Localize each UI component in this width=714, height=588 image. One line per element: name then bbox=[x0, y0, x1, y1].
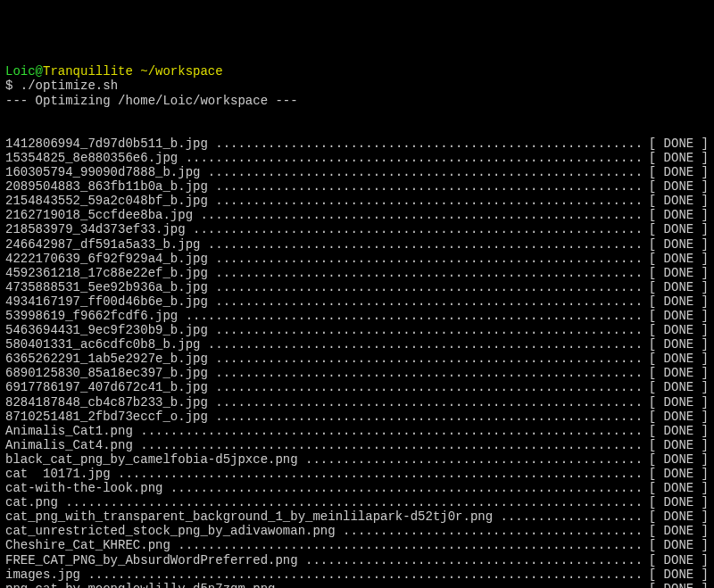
file-row: 218583979_34d373ef33.jpg[ DONE ] bbox=[5, 222, 709, 236]
file-row: 2162719018_5ccfdee8ba.jpg[ DONE ] bbox=[5, 208, 709, 222]
banner-line: --- Optimizing /home/Loic/workspace --- bbox=[5, 94, 709, 108]
command-line: $ ./optimize.sh bbox=[5, 79, 709, 93]
status-badge: [ DONE ] bbox=[645, 309, 709, 323]
progress-dots bbox=[493, 509, 645, 524]
progress-dots bbox=[208, 294, 645, 309]
progress-dots bbox=[111, 467, 645, 481]
file-name: cat.png bbox=[5, 495, 58, 509]
file-name: FREE_CAT_PNG_by_AbsurdWordPreferred.png bbox=[5, 553, 298, 567]
file-row: 4222170639_6f92f929a4_b.jpg[ DONE ] bbox=[5, 252, 709, 266]
progress-dots bbox=[178, 151, 645, 165]
file-row: png_cat_by_moonglowlilly-d5n7zqm.png[ DO… bbox=[5, 582, 709, 588]
status-badge: [ DONE ] bbox=[645, 208, 709, 222]
file-name: 15354825_8e880356e6.jpg bbox=[5, 151, 178, 165]
progress-dots bbox=[162, 481, 644, 495]
progress-dots bbox=[58, 495, 645, 509]
file-name: 53998619_f9662fcdf6.jpg bbox=[5, 309, 178, 323]
file-row: 4592361218_17c88e22ef_b.jpg[ DONE ] bbox=[5, 266, 709, 280]
prompt-user: Loic bbox=[5, 64, 36, 79]
file-row: 4934167197_ff00d46b6e_b.jpg[ DONE ] bbox=[5, 294, 709, 309]
progress-dots bbox=[208, 410, 645, 424]
status-badge: [ DONE ] bbox=[645, 280, 709, 294]
file-name: 8284187848_cb4c87b233_b.jpg bbox=[5, 395, 208, 410]
file-name: black_cat_png_by_camelfobia-d5jpxce.png bbox=[5, 452, 298, 467]
progress-dots bbox=[208, 352, 645, 366]
prompt-line-1: Loic@Tranquillite ~/workspace bbox=[5, 64, 709, 79]
file-row: 2089504883_863fb11b0a_b.jpg[ DONE ] bbox=[5, 179, 709, 194]
file-name: 246642987_df591a5a33_b.jpg bbox=[5, 237, 200, 252]
status-badge: [ DONE ] bbox=[645, 194, 709, 208]
progress-dots bbox=[186, 222, 645, 236]
progress-dots bbox=[133, 438, 645, 452]
command-text: ./optimize.sh bbox=[21, 79, 118, 93]
file-name: 8710251481_2fbd73eccf_o.jpg bbox=[5, 410, 208, 424]
prompt-at: @ bbox=[36, 64, 43, 79]
file-row: black_cat_png_by_camelfobia-d5jpxce.png[… bbox=[5, 452, 709, 467]
status-badge: [ DONE ] bbox=[645, 352, 709, 366]
file-name: 580401331_ac6cdfc0b8_b.jpg bbox=[5, 337, 200, 352]
file-row: images.jpg[ DONE ] bbox=[5, 567, 709, 582]
status-badge: [ DONE ] bbox=[645, 495, 709, 509]
status-badge: [ DONE ] bbox=[645, 151, 709, 165]
file-name: 2089504883_863fb11b0a_b.jpg bbox=[5, 179, 208, 194]
progress-dots bbox=[298, 553, 645, 567]
prompt-path: ~/workspace bbox=[140, 64, 222, 79]
file-name: 4222170639_6f92f929a4_b.jpg bbox=[5, 252, 208, 266]
prompt-host: Tranquillite bbox=[43, 64, 133, 79]
progress-dots bbox=[200, 165, 644, 179]
file-name: cat_png_with_transparent_background_1_by… bbox=[5, 509, 493, 524]
file-row: 1412806994_7d97d0b511_b.jpg[ DONE ] bbox=[5, 137, 709, 151]
status-badge: [ DONE ] bbox=[645, 538, 709, 552]
file-name: cat 10171.jpg bbox=[5, 467, 111, 481]
file-row: 246642987_df591a5a33_b.jpg[ DONE ] bbox=[5, 237, 709, 252]
status-badge: [ DONE ] bbox=[645, 366, 709, 380]
status-badge: [ DONE ] bbox=[645, 582, 709, 588]
file-row: 4735888531_5ee92b936a_b.jpg[ DONE ] bbox=[5, 280, 709, 294]
status-badge: [ DONE ] bbox=[645, 438, 709, 452]
progress-dots bbox=[208, 280, 645, 294]
file-name: 6365262291_1ab5e2927e_b.jpg bbox=[5, 352, 208, 366]
file-name: 4592361218_17c88e22ef_b.jpg bbox=[5, 266, 208, 280]
file-list: 1412806994_7d97d0b511_b.jpg[ DONE ]15354… bbox=[5, 137, 709, 588]
status-badge: [ DONE ] bbox=[645, 452, 709, 467]
progress-dots bbox=[200, 237, 644, 252]
progress-dots bbox=[193, 208, 645, 222]
progress-dots bbox=[200, 337, 644, 352]
file-row: cat_unrestricted_stock_png_by_adivawoman… bbox=[5, 524, 709, 538]
file-row: cat.png[ DONE ] bbox=[5, 495, 709, 509]
file-name: 4934167197_ff00d46b6e_b.jpg bbox=[5, 294, 208, 309]
file-name: 2154843552_59a2c048bf_b.jpg bbox=[5, 194, 208, 208]
status-badge: [ DONE ] bbox=[645, 467, 709, 481]
file-name: 160305794_99090d7888_b.jpg bbox=[5, 165, 200, 179]
progress-dots bbox=[298, 452, 645, 467]
file-row: FREE_CAT_PNG_by_AbsurdWordPreferred.png[… bbox=[5, 553, 709, 567]
status-badge: [ DONE ] bbox=[645, 222, 709, 236]
progress-dots bbox=[208, 366, 645, 380]
status-badge: [ DONE ] bbox=[645, 509, 709, 524]
file-name: 1412806994_7d97d0b511_b.jpg bbox=[5, 137, 208, 151]
file-row: 5463694431_9ec9f230b9_b.jpg[ DONE ] bbox=[5, 323, 709, 337]
file-row: Animalis_Cat4.png[ DONE ] bbox=[5, 438, 709, 452]
file-name: 6917786197_407d672c41_b.jpg bbox=[5, 380, 208, 394]
progress-dots bbox=[178, 309, 645, 323]
status-badge: [ DONE ] bbox=[645, 294, 709, 309]
status-badge: [ DONE ] bbox=[645, 410, 709, 424]
status-badge: [ DONE ] bbox=[645, 165, 709, 179]
progress-dots bbox=[80, 567, 645, 582]
file-row: 6890125830_85a18ec397_b.jpg[ DONE ] bbox=[5, 366, 709, 380]
file-name: cat-with-the-look.png bbox=[5, 481, 162, 495]
file-name: Animalis_Cat4.png bbox=[5, 438, 133, 452]
file-name: images.jpg bbox=[5, 567, 80, 582]
file-row: 2154843552_59a2c048bf_b.jpg[ DONE ] bbox=[5, 194, 709, 208]
status-badge: [ DONE ] bbox=[645, 137, 709, 151]
progress-dots bbox=[208, 194, 645, 208]
file-name: 4735888531_5ee92b936a_b.jpg bbox=[5, 280, 208, 294]
progress-dots bbox=[170, 538, 645, 552]
status-badge: [ DONE ] bbox=[645, 266, 709, 280]
status-badge: [ DONE ] bbox=[645, 553, 709, 567]
status-badge: [ DONE ] bbox=[645, 237, 709, 252]
file-name: 2162719018_5ccfdee8ba.jpg bbox=[5, 208, 193, 222]
file-row: 15354825_8e880356e6.jpg[ DONE ] bbox=[5, 151, 709, 165]
file-row: 53998619_f9662fcdf6.jpg[ DONE ] bbox=[5, 309, 709, 323]
file-name: png_cat_by_moonglowlilly-d5n7zqm.png bbox=[5, 582, 275, 588]
